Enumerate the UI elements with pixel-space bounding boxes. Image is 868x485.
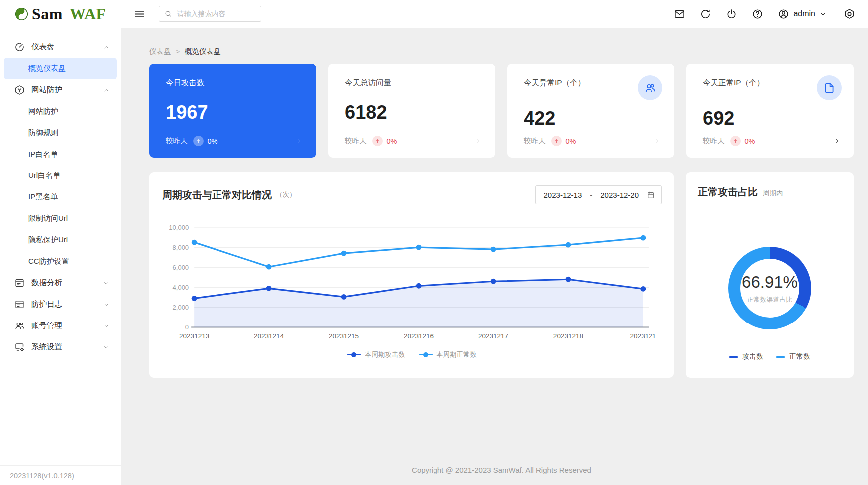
line-chart-panel: 周期攻击与正常对比情况 （次） 2023-12-13 - 2023-12-20 … (149, 172, 674, 378)
usergroup-icon (644, 82, 656, 94)
sidebar-item-1-5[interactable]: 限制访问Url (4, 208, 117, 229)
top-bar: Sam WAF admin (0, 0, 868, 28)
chevron-right-icon[interactable] (475, 138, 482, 144)
sidebar-group-0[interactable]: 仪表盘 (0, 36, 121, 58)
stat-card-footer: 较昨天 0% (345, 136, 482, 146)
svg-text:4,000: 4,000 (173, 284, 189, 291)
svg-text:20231214: 20231214 (254, 332, 284, 340)
sidebar-item-1-2[interactable]: IP白名单 (4, 144, 117, 165)
user-circle-icon (778, 8, 789, 20)
stat-card-title: 今日攻击数 (166, 76, 205, 88)
mail-icon[interactable] (674, 8, 685, 20)
stat-card-value: 692 (703, 109, 840, 128)
sidebar-group-label: 防护日志 (31, 299, 96, 310)
stat-card-top: 今天总访问量 (345, 76, 482, 88)
chevron-up-icon (103, 87, 110, 94)
compare-label: 较昨天 (703, 136, 725, 146)
chevron-right-icon[interactable] (296, 138, 303, 144)
chevron-down-icon (103, 344, 110, 351)
sidebar-item-1-0[interactable]: 网站防护 (4, 101, 117, 122)
sidebar-group-4[interactable]: 账号管理 (0, 315, 121, 336)
date-range-picker[interactable]: 2023-12-13 - 2023-12-20 (535, 185, 662, 204)
sidebar: 仪表盘 概览仪表盘 网站防护 网站防护防御规则IP白名单Url白名单IP黑名单限… (0, 28, 121, 485)
stat-card-0[interactable]: 今日攻击数 1967 较昨天 0% (149, 64, 316, 158)
donut-title: 正常攻击占比 (698, 185, 758, 199)
menu-toggle-icon[interactable] (133, 8, 146, 20)
gear-icon[interactable] (844, 8, 855, 20)
stat-card-top: 今日攻击数 (166, 76, 303, 88)
system-setting-icon (14, 342, 25, 352)
donut-subtitle: 周期内 (763, 189, 783, 198)
svg-text:20231218: 20231218 (553, 332, 583, 340)
chevron-right-icon[interactable] (654, 138, 661, 144)
sidebar-group-label: 网站防护 (31, 85, 96, 95)
yin-yang-icon (15, 7, 28, 21)
sidebar-group-3[interactable]: 防护日志 (0, 294, 121, 315)
donut-center-value: 66.91% (742, 273, 798, 292)
stat-card-top: 今天正常IP（个） (703, 76, 840, 100)
refresh-icon[interactable] (700, 8, 711, 20)
logo[interactable]: Sam WAF (15, 6, 106, 22)
top-right-actions: admin (674, 8, 855, 20)
calendar-icon (647, 191, 655, 199)
date-end[interactable]: 2023-12-20 (600, 191, 639, 199)
svg-text:2023121: 2023121 (630, 332, 656, 340)
copyright: Copyright @ 2021-2023 SamWaf. All Rights… (149, 466, 854, 485)
user-menu[interactable]: admin (778, 8, 827, 20)
sidebar-group-label: 数据分析 (31, 278, 96, 288)
power-icon[interactable] (726, 8, 737, 20)
donut-panel: 正常攻击占比 周期内 66.91% 正常数渠道占比 攻击数 正常数 (686, 172, 854, 378)
chevron-right-icon[interactable] (834, 138, 840, 144)
stat-card-value: 6182 (345, 103, 482, 122)
date-start[interactable]: 2023-12-13 (544, 191, 582, 199)
legend-marker-icon (776, 356, 785, 358)
stat-card-title: 今天异常IP（个） (524, 76, 585, 88)
breadcrumb-item-current: 概览仪表盘 (185, 47, 221, 56)
app-root: Sam WAF admin 仪表盘 概览仪表盘 (0, 0, 868, 485)
sidebar-group-label: 账号管理 (31, 321, 96, 331)
sidebar-item-1-6[interactable]: 隐私保护Url (4, 229, 117, 251)
stat-card-footer: 较昨天 0% (524, 136, 661, 146)
stat-card-3[interactable]: 今天正常IP（个） 692 较昨天 0% (686, 64, 854, 158)
sidebar-item-1-3[interactable]: Url白名单 (4, 165, 117, 186)
sidebar-item-1-1[interactable]: 防御规则 (4, 122, 117, 144)
legend-item-0[interactable]: 本周期攻击数 (347, 350, 405, 359)
sidebar-item-0-0[interactable]: 概览仪表盘 (4, 58, 117, 79)
svg-text:20231213: 20231213 (179, 332, 209, 340)
svg-text:2,000: 2,000 (173, 304, 189, 311)
search-input[interactable] (176, 9, 256, 18)
breadcrumb: 仪表盘 > 概览仪表盘 (149, 47, 854, 56)
breadcrumb-item-dashboard[interactable]: 仪表盘 (149, 47, 171, 56)
sidebar-group-5[interactable]: 系统设置 (0, 336, 121, 358)
stat-card-2[interactable]: 今天异常IP（个） 422 较昨天 0% (507, 64, 674, 158)
donut-legend-item-0[interactable]: 攻击数 (729, 352, 763, 361)
stat-card-1[interactable]: 今天总访问量 6182 较昨天 0% (328, 64, 495, 158)
stat-card-footer: 较昨天 0% (166, 136, 303, 146)
form-icon (14, 278, 25, 288)
svg-text:0: 0 (185, 323, 189, 331)
logo-text-waf: WAF (70, 6, 106, 22)
form-icon (14, 299, 25, 310)
version-label: 20231128(v1.0.128) (0, 465, 121, 485)
stat-card-title: 今天正常IP（个） (703, 76, 764, 88)
chevron-down-icon (103, 301, 110, 308)
sidebar-item-1-7[interactable]: CC防护设置 (4, 251, 117, 272)
sidebar-item-1-4[interactable]: IP黑名单 (4, 186, 117, 208)
chevron-up-icon (103, 44, 110, 51)
donut-legend: 攻击数 正常数 (729, 352, 810, 361)
donut-legend-item-1[interactable]: 正常数 (776, 352, 810, 361)
compare-label: 较昨天 (345, 136, 367, 146)
donut-center-label: 正常数渠道占比 (747, 295, 793, 304)
compare-label: 较昨天 (524, 136, 546, 146)
legend-marker-icon (419, 352, 433, 357)
sidebar-group-1[interactable]: 网站防护 (0, 79, 121, 101)
trend-up-icon (193, 136, 204, 146)
sidebar-group-2[interactable]: 数据分析 (0, 272, 121, 294)
help-icon[interactable] (752, 8, 763, 20)
donut-area: 66.91% 正常数渠道占比 攻击数 正常数 (698, 199, 842, 361)
search-box[interactable] (159, 6, 261, 22)
line-chart-svg: 02,0004,0006,0008,00010,0002023121320231… (162, 213, 662, 349)
legend-marker-icon (347, 352, 361, 357)
legend-item-1[interactable]: 本周期正常数 (419, 350, 477, 359)
file-icon (823, 82, 836, 94)
